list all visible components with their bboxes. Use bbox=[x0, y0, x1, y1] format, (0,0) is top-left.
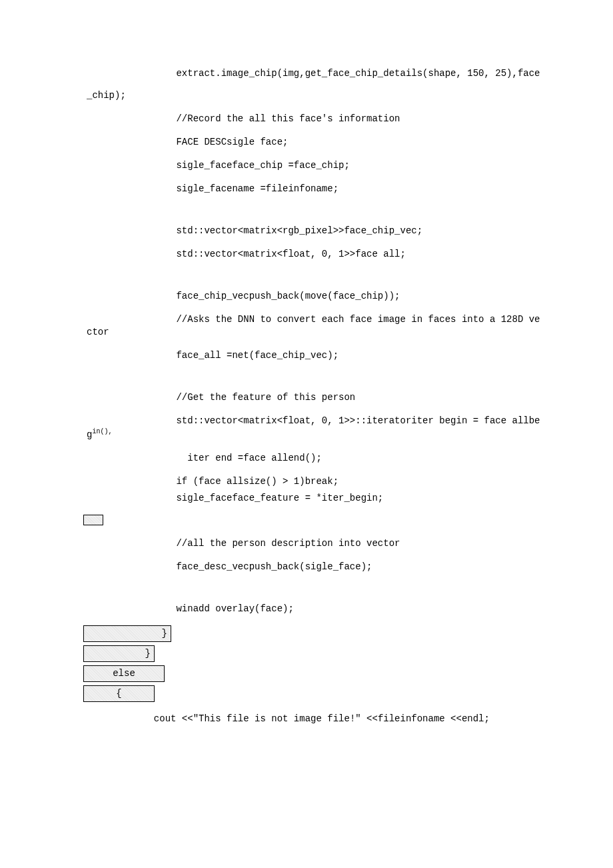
blank-line bbox=[33, 583, 580, 593]
code-line: sigle_facename =fileinfoname; bbox=[33, 182, 580, 196]
code-line: //Asks the DNN to convert each face imag… bbox=[33, 313, 580, 327]
code-line: winadd overlay(face); bbox=[33, 602, 580, 616]
code-line: cout <<"This file is not image file!" <<… bbox=[33, 712, 580, 726]
code-line: FACE DESCsigle face; bbox=[33, 135, 580, 149]
blank-line bbox=[33, 205, 580, 215]
code-line-wrap: _chip); bbox=[33, 89, 580, 103]
highlight-box-else: else bbox=[83, 665, 165, 682]
code-document-page: extract.image_chip(img,get_face_chip_det… bbox=[0, 0, 613, 868]
code-line: //Get the feature of this person bbox=[33, 391, 580, 405]
code-line: std::vector<matrix<float, 0, 1>>face all… bbox=[33, 247, 580, 261]
code-line: //all the person description into vector bbox=[33, 537, 580, 551]
code-line: //Record the all this face's information bbox=[33, 112, 580, 126]
blank-line bbox=[33, 372, 580, 381]
code-line: sigle_faceface_chip =face_chip; bbox=[33, 159, 580, 173]
code-line: face_chip_vecpush_back(move(face_chip)); bbox=[33, 289, 580, 303]
code-line: std::vector<matrix<rgb_pixel>>face_chip_… bbox=[33, 224, 580, 238]
code-line: if (face allsize() > 1)break; bbox=[33, 475, 580, 489]
highlight-box-empty bbox=[83, 515, 103, 525]
code-superscript: in(), bbox=[92, 428, 112, 435]
code-line-wrap: gin(), bbox=[33, 427, 580, 442]
code-line: extract.image_chip(img,get_face_chip_det… bbox=[33, 67, 580, 81]
highlight-box-close-brace: } bbox=[83, 645, 155, 662]
code-line: face_all =net(face_chip_vec); bbox=[33, 349, 580, 363]
code-line: iter end =face allend(); bbox=[33, 451, 580, 465]
code-line: sigle_faceface_feature = *iter_begin; bbox=[33, 491, 580, 505]
code-line: face_desc_vecpush_back(sigle_face); bbox=[33, 560, 580, 574]
code-line: std::vector<matrix<float, 0, 1>>::iterat… bbox=[33, 414, 580, 428]
blank-line bbox=[33, 271, 580, 280]
highlight-box-close-brace: } bbox=[83, 625, 171, 642]
code-line-wrap: ctor bbox=[33, 325, 580, 339]
highlight-box-open-brace: { bbox=[83, 685, 155, 702]
